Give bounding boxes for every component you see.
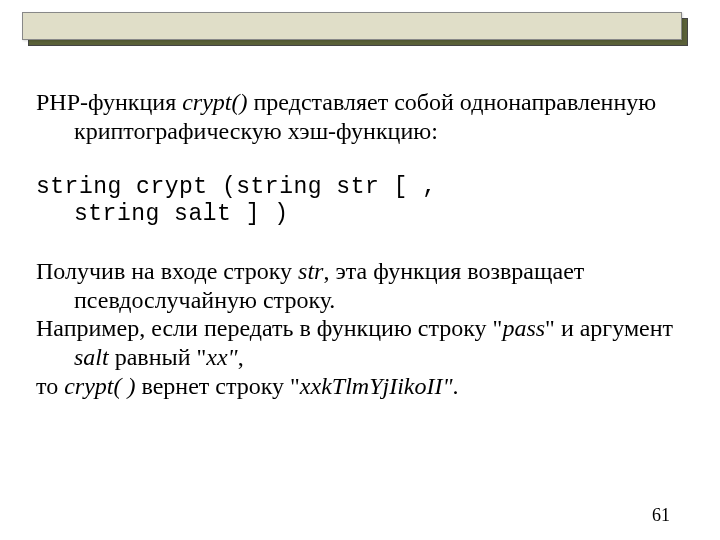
paragraph-3: Например, если передать в функцию строку… [36, 314, 684, 372]
text: хэш-функцию: [288, 118, 438, 144]
text: Например, если передать в функцию строку [36, 315, 487, 341]
code-line: string salt ] ) [36, 201, 684, 229]
paragraph-1: PHP-функция crypt() представляет собой о… [36, 88, 684, 146]
slide-content: PHP-функция crypt() представляет собой о… [36, 88, 684, 401]
page-number: 61 [652, 505, 670, 526]
text: представляет собой [248, 89, 454, 115]
text: то [36, 373, 64, 399]
text: , [238, 344, 244, 370]
string-literal: xxkTlmYjIikoII" [300, 373, 453, 399]
spacer [36, 229, 684, 257]
function-name: crypt( ) [64, 373, 135, 399]
text: вернет строку " [135, 373, 299, 399]
text: равный " [109, 344, 207, 370]
text: " [493, 315, 503, 341]
function-name: crypt() [182, 89, 247, 115]
paragraph-4: то crypt( ) вернет строку "xxkTlmYjIikoI… [36, 372, 684, 401]
paragraph-2: Получив на входе строку str, эта функция… [36, 257, 684, 315]
text: . [453, 373, 459, 399]
spacer [36, 146, 684, 174]
text: PHP-функция [36, 89, 182, 115]
string-literal: pass [502, 315, 545, 341]
text: , эта функция [323, 258, 461, 284]
code-line: string crypt (string str [ , [36, 174, 684, 202]
title-bar [22, 12, 682, 40]
param-name: salt [74, 344, 109, 370]
string-literal: xx" [206, 344, 237, 370]
code-block: string crypt (string str [ , string salt… [36, 174, 684, 229]
text: Получив на входе строку [36, 258, 298, 284]
text: " и аргумент [545, 315, 673, 341]
param-name: str [298, 258, 323, 284]
